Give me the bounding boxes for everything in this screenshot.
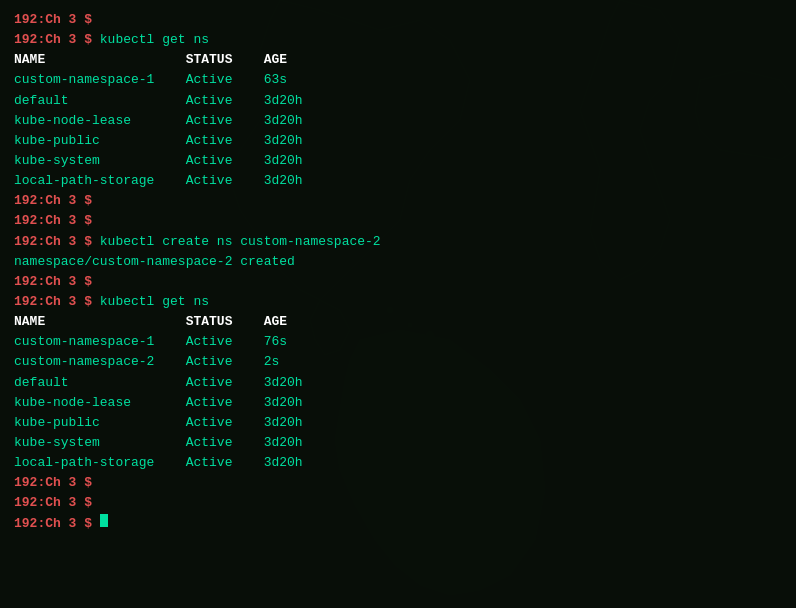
terminal-line: custom-namespace-1 Active 76s	[14, 332, 782, 352]
ns-name: local-path-storage	[14, 171, 186, 191]
prompt-text: 192:Ch 3 $	[14, 232, 92, 252]
terminal-line: kube-node-lease Active 3d20h	[14, 393, 782, 413]
command-text: kubectl get ns	[92, 30, 209, 50]
ns-age: 3d20h	[264, 91, 303, 111]
terminal-cursor	[100, 514, 108, 527]
ns-name: kube-system	[14, 151, 186, 171]
ns-name: kube-public	[14, 131, 186, 151]
terminal-line: custom-namespace-2 Active 2s	[14, 352, 782, 372]
terminal-line: 192:Ch 3 $	[14, 191, 782, 211]
terminal-line: kube-system Active 3d20h	[14, 433, 782, 453]
terminal-line: NAME STATUS AGE	[14, 50, 782, 70]
ns-status: Active	[186, 70, 264, 90]
ns-status: Active	[186, 131, 264, 151]
ns-age: 3d20h	[264, 171, 303, 191]
ns-age: 3d20h	[264, 453, 303, 473]
ns-age: 3d20h	[264, 111, 303, 131]
prompt-text: 192:Ch 3 $	[14, 272, 100, 292]
ns-status: Active	[186, 352, 264, 372]
terminal-line: 192:Ch 3 $	[14, 10, 782, 30]
ns-status: Active	[186, 111, 264, 131]
ns-status: Active	[186, 433, 264, 453]
terminal-line: default Active 3d20h	[14, 91, 782, 111]
terminal-line: local-path-storage Active 3d20h	[14, 453, 782, 473]
ns-age: 3d20h	[264, 151, 303, 171]
terminal-line: 192:Ch 3 $	[14, 211, 782, 231]
terminal-line: kube-public Active 3d20h	[14, 413, 782, 433]
command-text: kubectl get ns	[92, 292, 209, 312]
ns-name: custom-namespace-2	[14, 352, 186, 372]
terminal-line: 192:Ch 3 $	[14, 473, 782, 493]
ns-status: Active	[186, 332, 264, 352]
terminal-line: namespace/custom-namespace-2 created	[14, 252, 782, 272]
ns-status: Active	[186, 413, 264, 433]
terminal-line: 192:Ch 3 $	[14, 493, 782, 513]
terminal-line: default Active 3d20h	[14, 373, 782, 393]
prompt-text: 192:Ch 3 $	[14, 211, 100, 231]
ns-status: Active	[186, 373, 264, 393]
terminal-window: 192:Ch 3 $ 192:Ch 3 $ kubectl get nsNAME…	[0, 0, 796, 608]
terminal-line: 192:Ch 3 $	[14, 514, 782, 534]
ns-name: default	[14, 91, 186, 111]
ns-age: 3d20h	[264, 131, 303, 151]
ns-status: Active	[186, 453, 264, 473]
ns-age: 63s	[264, 70, 287, 90]
prompt-text: 192:Ch 3 $	[14, 191, 100, 211]
ns-age: 3d20h	[264, 413, 303, 433]
terminal-line: 192:Ch 3 $ kubectl get ns	[14, 292, 782, 312]
prompt-text: 192:Ch 3 $	[14, 292, 92, 312]
prompt-text: 192:Ch 3 $	[14, 514, 100, 534]
ns-age: 3d20h	[264, 373, 303, 393]
ns-age: 3d20h	[264, 393, 303, 413]
command-text: kubectl create ns custom-namespace-2	[92, 232, 381, 252]
ns-name: kube-public	[14, 413, 186, 433]
ns-name: custom-namespace-1	[14, 332, 186, 352]
ns-status: Active	[186, 91, 264, 111]
terminal-line: NAME STATUS AGE	[14, 312, 782, 332]
ns-name: kube-node-lease	[14, 393, 186, 413]
terminal-line: custom-namespace-1 Active 63s	[14, 70, 782, 90]
ns-status: Active	[186, 151, 264, 171]
ns-name: kube-node-lease	[14, 111, 186, 131]
ns-name: default	[14, 373, 186, 393]
ns-age: 3d20h	[264, 433, 303, 453]
table-header: NAME STATUS AGE	[14, 50, 287, 70]
ns-status: Active	[186, 171, 264, 191]
ns-status: Active	[186, 393, 264, 413]
terminal-line: kube-node-lease Active 3d20h	[14, 111, 782, 131]
terminal-line: 192:Ch 3 $	[14, 272, 782, 292]
terminal-line: 192:Ch 3 $ kubectl create ns custom-name…	[14, 232, 782, 252]
terminal-line: kube-system Active 3d20h	[14, 151, 782, 171]
prompt-text: 192:Ch 3 $	[14, 30, 92, 50]
prompt-text: 192:Ch 3 $	[14, 473, 100, 493]
terminal-line: local-path-storage Active 3d20h	[14, 171, 782, 191]
ns-age: 76s	[264, 332, 287, 352]
terminal-line: kube-public Active 3d20h	[14, 131, 782, 151]
ns-name: custom-namespace-1	[14, 70, 186, 90]
table-header: NAME STATUS AGE	[14, 312, 287, 332]
prompt-text: 192:Ch 3 $	[14, 493, 100, 513]
terminal-line: 192:Ch 3 $ kubectl get ns	[14, 30, 782, 50]
prompt-text: 192:Ch 3 $	[14, 10, 100, 30]
ns-name: kube-system	[14, 433, 186, 453]
ns-name: local-path-storage	[14, 453, 186, 473]
created-message: namespace/custom-namespace-2 created	[14, 252, 295, 272]
ns-age: 2s	[264, 352, 280, 372]
